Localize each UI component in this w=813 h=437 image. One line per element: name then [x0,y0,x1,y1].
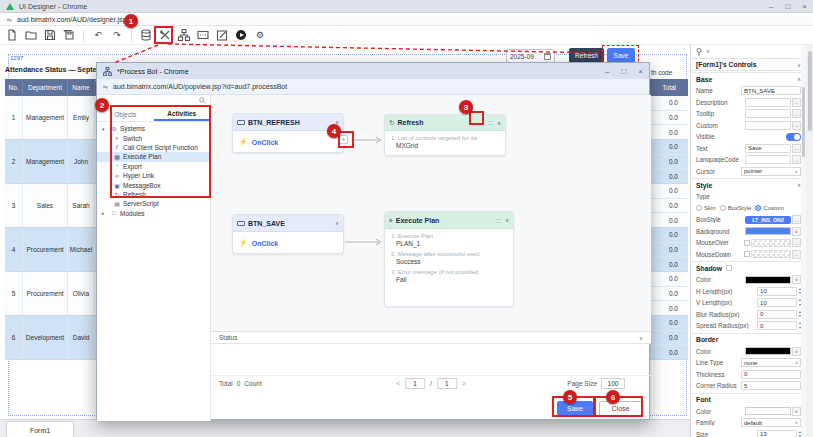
table-row[interactable]: 2 Management John OvPAtte [5,140,109,184]
more-icon[interactable]: … [792,109,801,118]
cursor-select[interactable]: pointer∨ [741,167,801,176]
popup-urlbar[interactable]: ⇆ aud.bimatrix.com/AUD/popview.jsp?id=au… [97,79,649,95]
node-execute-plan[interactable]: ≡ Execute Plan ∷ ∧ 1. Execute Plan PLAN_… [384,211,514,307]
close-icon[interactable]: × [802,2,807,11]
total-pages-input[interactable] [437,378,457,389]
window-scrollbar[interactable] [806,45,813,437]
section-base[interactable]: Base∧ [691,72,806,85]
tooltip-input[interactable] [745,109,791,118]
node-menu-icon[interactable]: ∷ [497,217,501,224]
v-length-input[interactable] [757,298,797,307]
more-icon[interactable]: … [792,144,801,153]
minimize-icon[interactable]: – [769,2,773,11]
collapse-icon[interactable]: ∧ [505,217,509,223]
popup-minimize-icon[interactable]: – [605,67,609,76]
table-row[interactable]: 4 Procurement Michael OvPAtte [5,228,109,272]
chevron-down-icon[interactable]: ∨ [792,347,801,356]
section-border[interactable]: Border [691,333,806,346]
process-bot-icon[interactable] [177,28,191,42]
mousedown-checkbox[interactable] [744,251,750,257]
caret-closed-icon[interactable]: ▸ [102,210,108,216]
name-input[interactable] [741,86,801,95]
mousedown-swatch[interactable] [751,250,791,258]
more-icon[interactable]: … [792,155,801,164]
node-menu-icon[interactable]: ∷ [489,119,493,126]
tree-item-serverscript[interactable]: ▤ServerScript [97,199,210,208]
shadow-color-swatch[interactable] [745,276,791,284]
new-file-icon[interactable] [5,28,19,42]
mouseover-swatch[interactable] [751,239,791,247]
main-urlbar[interactable]: ⇆ aud.bimatrix.com/AUD/designer.jsp [0,13,813,26]
font-family-select[interactable]: default∨ [741,418,801,427]
radio-skin[interactable]: Skin [696,205,716,211]
languagecode-input[interactable] [745,155,791,164]
radio-boxstyle[interactable]: BoxStyle [720,205,752,211]
next-page-icon[interactable]: > [462,380,466,387]
visible-toggle[interactable] [786,133,801,141]
refresh-button[interactable]: Refresh [569,48,604,63]
settings-gear-icon[interactable]: ⚙ [253,28,267,42]
text-input[interactable] [745,144,791,153]
font-size-input[interactable] [757,430,797,437]
boxstyle-value[interactable]: LT_INS_ON2 [745,216,791,224]
corner-radius-input[interactable] [741,381,801,390]
node-btn-save[interactable]: BTN_SAVE ∧ ⚡ OnClick [232,214,344,254]
thickness-input[interactable] [741,370,801,379]
edit-icon[interactable] [215,28,229,42]
table-row[interactable]: 1 Management Emily OvPAtte [5,96,109,140]
save-all-icon[interactable] [62,28,76,42]
chevron-down-icon[interactable]: ∨ [792,227,801,236]
undo-icon[interactable]: ↶ [91,28,105,42]
custom-input[interactable] [745,121,791,130]
tree-node-modules[interactable]: ▸ □ Modules [97,209,210,218]
flow-canvas[interactable]: BTN_REFRESH ∧ ⚡ OnClick + ↻ Refresh ∷ ∧ [211,95,651,331]
more-icon[interactable]: … [792,215,801,224]
section-font[interactable]: Font [691,393,806,406]
main-url[interactable]: aud.bimatrix.com/AUD/designer.jsp [17,16,126,23]
month-picker[interactable]: 2025-09 [506,49,555,63]
description-input[interactable] [745,98,791,107]
popup-maximize-icon[interactable]: □ [621,67,626,76]
page-input[interactable] [405,378,425,389]
spread-radius-input[interactable] [757,321,797,330]
maximize-icon[interactable]: □ [785,2,790,11]
font-color-swatch[interactable] [745,407,791,415]
chevron-down-icon[interactable]: ∨ [792,407,801,416]
pin-icon[interactable] [696,48,702,56]
more-icon[interactable]: … [792,121,801,130]
section-style[interactable]: Style∧ [691,178,806,191]
shadow-checkbox[interactable] [726,265,732,271]
collapse-icon[interactable]: ∧ [497,120,501,126]
blur-radius-input[interactable] [757,310,797,319]
page-size-input[interactable] [601,378,625,389]
script-box-icon[interactable] [196,28,210,42]
collapse-icon[interactable]: ∧ [335,220,339,226]
h-length-input[interactable] [757,287,797,296]
mouseover-checkbox[interactable] [744,240,750,246]
status-bar[interactable]: Status ∨ [211,331,651,344]
popup-url[interactable]: aud.bimatrix.com/AUD/popview.jsp?id=aud7… [113,83,287,90]
node-refresh[interactable]: ↻ Refresh ∷ ∧ 1. List of controls target… [384,114,506,156]
tab-form1[interactable]: Form1 [6,421,74,437]
panel-title[interactable]: [Form1]'s Controls ∨ [691,58,806,71]
search-input[interactable] [97,98,199,104]
collapse-panel-icon[interactable]: » [706,48,710,55]
redo-icon[interactable]: ↷ [110,28,124,42]
more-icon[interactable]: … [792,238,801,247]
border-color-swatch[interactable] [745,347,791,355]
open-folder-icon[interactable] [24,28,38,42]
chevron-down-icon[interactable]: ∨ [639,335,643,341]
save-icon[interactable] [43,28,57,42]
table-row[interactable]: 3 Sales Sarah OvPAtte [5,184,109,228]
prev-page-icon[interactable]: < [396,380,400,387]
caret-open-icon[interactable]: ▾ [102,126,108,132]
table-row[interactable]: 5 Procurement Olivia OvPAtte [5,272,109,316]
line-type-select[interactable]: none∨ [741,358,801,367]
background-color-swatch[interactable] [745,227,791,235]
database-icon[interactable] [139,28,153,42]
popup-close-icon[interactable]: × [638,67,643,76]
more-icon[interactable]: … [792,98,801,107]
chevron-down-icon[interactable]: ∨ [792,275,801,284]
radio-custom[interactable]: Custom [755,205,784,211]
run-icon[interactable] [234,28,248,42]
